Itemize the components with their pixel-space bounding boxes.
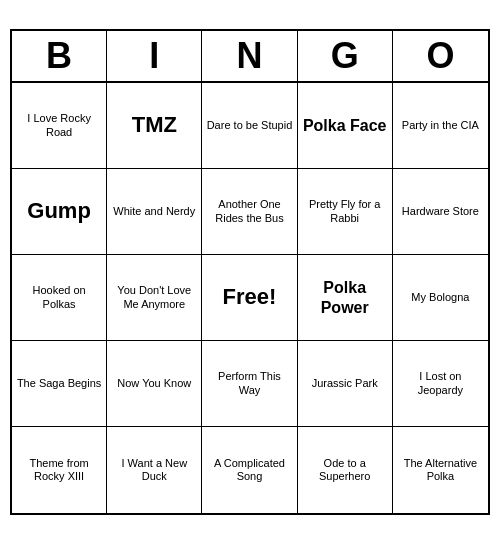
bingo-cell-15: The Saga Begins bbox=[12, 341, 107, 427]
bingo-cell-13: Polka Power bbox=[298, 255, 393, 341]
bingo-cell-11: You Don't Love Me Anymore bbox=[107, 255, 202, 341]
bingo-cell-6: White and Nerdy bbox=[107, 169, 202, 255]
bingo-cell-16: Now You Know bbox=[107, 341, 202, 427]
bingo-header-G: G bbox=[298, 31, 393, 81]
bingo-cell-9: Hardware Store bbox=[393, 169, 488, 255]
bingo-card: BINGO I Love Rocky RoadTMZDare to be Stu… bbox=[10, 29, 490, 515]
bingo-cell-8: Pretty Fly for a Rabbi bbox=[298, 169, 393, 255]
bingo-header-N: N bbox=[202, 31, 297, 81]
bingo-header-O: O bbox=[393, 31, 488, 81]
bingo-cell-12: Free! bbox=[202, 255, 297, 341]
bingo-cell-14: My Bologna bbox=[393, 255, 488, 341]
bingo-cell-17: Perform This Way bbox=[202, 341, 297, 427]
bingo-grid: I Love Rocky RoadTMZDare to be StupidPol… bbox=[12, 83, 488, 513]
bingo-cell-22: A Complicated Song bbox=[202, 427, 297, 513]
bingo-header-B: B bbox=[12, 31, 107, 81]
bingo-cell-5: Gump bbox=[12, 169, 107, 255]
bingo-cell-18: Jurassic Park bbox=[298, 341, 393, 427]
bingo-cell-21: I Want a New Duck bbox=[107, 427, 202, 513]
bingo-cell-20: Theme from Rocky XIII bbox=[12, 427, 107, 513]
bingo-cell-4: Party in the CIA bbox=[393, 83, 488, 169]
bingo-cell-1: TMZ bbox=[107, 83, 202, 169]
bingo-header-I: I bbox=[107, 31, 202, 81]
bingo-cell-19: I Lost on Jeopardy bbox=[393, 341, 488, 427]
bingo-cell-0: I Love Rocky Road bbox=[12, 83, 107, 169]
bingo-header: BINGO bbox=[12, 31, 488, 83]
bingo-cell-10: Hooked on Polkas bbox=[12, 255, 107, 341]
bingo-cell-24: The Alternative Polka bbox=[393, 427, 488, 513]
bingo-cell-3: Polka Face bbox=[298, 83, 393, 169]
bingo-cell-23: Ode to a Superhero bbox=[298, 427, 393, 513]
bingo-cell-7: Another One Rides the Bus bbox=[202, 169, 297, 255]
bingo-cell-2: Dare to be Stupid bbox=[202, 83, 297, 169]
